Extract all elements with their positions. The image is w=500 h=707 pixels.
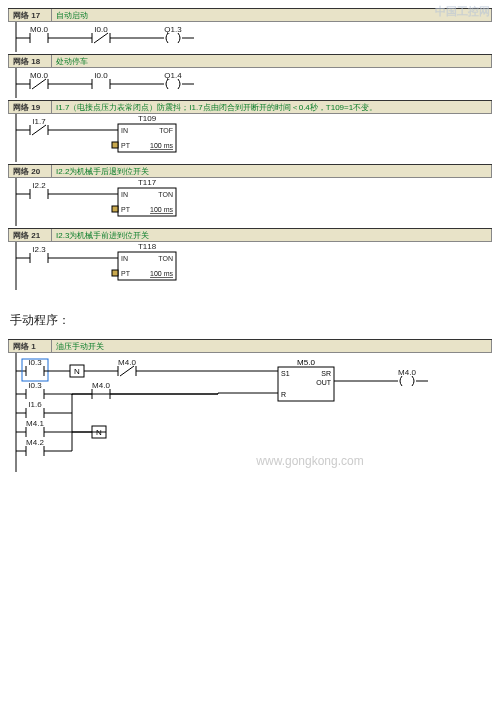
network-title: I2.2为机械手后退到位开关	[52, 165, 492, 178]
watermark-logo: 中国工控网	[435, 4, 490, 19]
svg-text:M4.2: M4.2	[26, 438, 44, 447]
svg-rect-70	[112, 270, 118, 276]
network-21: 网络 21 I2.3为机械手前进到位开关 I2.3T118INTONPT100 …	[8, 228, 492, 290]
network-number: 网络 17	[8, 9, 52, 22]
svg-text:OUT: OUT	[316, 379, 332, 386]
svg-text:I1.7: I1.7	[32, 117, 46, 126]
svg-text:R: R	[281, 391, 286, 398]
svg-text:IN: IN	[121, 255, 128, 262]
svg-text:I2.2: I2.2	[32, 181, 46, 190]
network-title: 自动启动	[52, 9, 492, 22]
svg-text:I0.0: I0.0	[94, 25, 108, 34]
svg-text:100 ms: 100 ms	[150, 270, 173, 277]
svg-text:TON: TON	[158, 255, 173, 262]
network-number: 网络 1	[8, 340, 52, 353]
network-20: 网络 20 I2.2为机械手后退到位开关 I2.2T117INTONPT100 …	[8, 164, 492, 226]
svg-text:PT: PT	[121, 142, 131, 149]
manual-network: 网络 1 油压手动开关 I0.3NM4.0M5.0S1SROUTRM4.0I0.…	[8, 339, 492, 468]
svg-text:TOF: TOF	[159, 127, 173, 134]
svg-text:100 ms: 100 ms	[150, 142, 173, 149]
network-title: I1.7（电接点压力表常闭点）防震抖；I1.7点由闭合到开断开的时间＜0.4秒，…	[52, 101, 492, 114]
svg-line-10	[94, 33, 108, 43]
svg-text:M0.0: M0.0	[30, 25, 48, 34]
svg-rect-42	[112, 142, 118, 148]
svg-text:PT: PT	[121, 206, 131, 213]
svg-text:IN: IN	[121, 127, 128, 134]
svg-line-20	[32, 79, 46, 89]
svg-text:I2.3: I2.3	[32, 245, 46, 254]
svg-text:N: N	[74, 367, 80, 376]
svg-text:TON: TON	[158, 191, 173, 198]
network-number: 网络 20	[8, 165, 52, 178]
network-number: 网络 19	[8, 101, 52, 114]
svg-text:I1.6: I1.6	[28, 400, 42, 409]
svg-text:I0.0: I0.0	[94, 71, 108, 80]
svg-text:T117: T117	[138, 178, 157, 187]
svg-text:M5.0: M5.0	[297, 358, 315, 367]
svg-line-35	[32, 125, 46, 135]
network-19: 网络 19 I1.7（电接点压力表常闭点）防震抖；I1.7点由闭合到开断开的时间…	[8, 100, 492, 162]
network-number: 网络 21	[8, 229, 52, 242]
network-18: 网络 18 处动停车 M0.0I0.0Q1.4	[8, 54, 492, 98]
svg-text:PT: PT	[121, 270, 131, 277]
watermark-url: www.gongkong.com	[128, 454, 492, 468]
svg-text:S1: S1	[281, 370, 290, 377]
svg-text:M4.0: M4.0	[92, 381, 110, 390]
svg-text:SR: SR	[321, 370, 331, 377]
svg-text:IN: IN	[121, 191, 128, 198]
svg-text:T109: T109	[138, 114, 157, 123]
networks-list: 网络 17 自动启动 M0.0I0.0Q1.3 网络 18 处动停车 M0.0I…	[8, 8, 492, 290]
network-number: 网络 18	[8, 55, 52, 68]
svg-line-86	[120, 366, 134, 376]
network-title: 油压手动开关	[52, 340, 492, 353]
svg-text:T118: T118	[138, 242, 157, 251]
network-manual-1: 网络 1 油压手动开关 I0.3NM4.0M5.0S1SROUTRM4.0I0.…	[8, 339, 492, 468]
svg-text:100 ms: 100 ms	[150, 206, 173, 213]
svg-text:M4.1: M4.1	[26, 419, 44, 428]
svg-rect-56	[112, 206, 118, 212]
svg-text:Q1.4: Q1.4	[164, 71, 182, 80]
svg-text:Q1.3: Q1.3	[164, 25, 182, 34]
network-17: 网络 17 自动启动 M0.0I0.0Q1.3	[8, 8, 492, 52]
svg-text:M4.0: M4.0	[398, 368, 416, 377]
manual-section-title: 手动程序：	[10, 312, 492, 329]
network-title: 处动停车	[52, 55, 492, 68]
svg-text:I0.3: I0.3	[28, 381, 42, 390]
network-title: I2.3为机械手前进到位开关	[52, 229, 492, 242]
